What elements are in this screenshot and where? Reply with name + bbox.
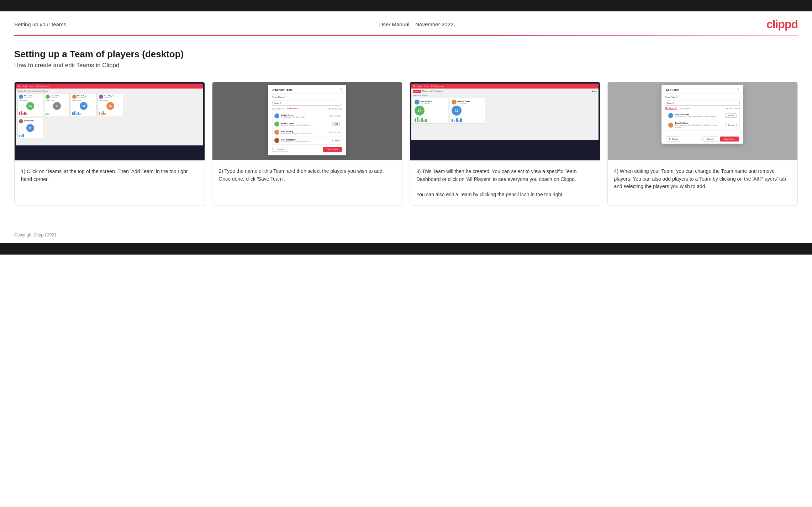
edit-team-name-input[interactable] [665, 101, 740, 106]
mock-second-row: Richard Butler Plus Handicap 72 [17, 118, 202, 138]
edit-team-name-label: Team Name * [665, 96, 740, 98]
mock-score-1: 84 [26, 102, 34, 110]
mock-club-4: 1.5 Handicap [104, 97, 115, 98]
dialog-header: Add New Team × [268, 85, 346, 94]
bar [417, 117, 418, 122]
mock-player-5: Richard Butler Plus Handicap 72 [17, 118, 43, 138]
cards-row: clippd Home My Performance ⋯ Viewing 5 o… [14, 82, 798, 206]
bar [24, 112, 26, 115]
team-name-label: Team Name * [272, 96, 342, 98]
card-4-screenshot: Edit Team × Team Name * My Team (2) All … [608, 82, 798, 160]
edit-player-club-2: Plus Handicap · Royal North Devon Golf C… [675, 124, 723, 128]
mock-tab-extra: ◆ ◆ ◆ [592, 90, 597, 93]
bar [21, 135, 22, 137]
delete-button[interactable]: 🗑 Delete [666, 137, 681, 142]
tab-all-players[interactable]: All Players [287, 107, 298, 110]
mock-nav-1: clippd Home My Performance ⋯ [16, 84, 203, 89]
bar [99, 112, 100, 115]
player-info-1: Adrian Player Plus Handicap · The Shire … [281, 114, 328, 118]
mtp-score-2: 72 [452, 106, 462, 116]
remove-player-1-button[interactable]: Remove [725, 113, 737, 118]
mock-avatar-1 [19, 95, 23, 99]
team-name-input[interactable] [272, 101, 342, 106]
mock-content-1: Viewing 5 of 5 players from All Players … [16, 89, 203, 145]
header-left-text: Setting up your teams [14, 21, 66, 27]
mock-quality-4: Player Quality [99, 100, 122, 101]
mtp-club-1: Plus Handicap [421, 102, 432, 104]
mtp-bars-1 [415, 116, 447, 122]
remove-player-2-button[interactable]: Remove [725, 123, 737, 127]
mtp-bars-2 [452, 116, 484, 122]
bar [19, 135, 20, 137]
mock-club-2: 1 Handicap [51, 97, 60, 98]
bottom-bar [0, 243, 812, 255]
player-avatar-4 [274, 138, 279, 143]
mock-player-2: Adrian Coliba 1 Handicap Player Quality … [44, 93, 70, 116]
mock-quality-1: Player Quality [19, 100, 42, 101]
add-player-4-button[interactable]: Add [332, 139, 340, 142]
header: Setting up your teams User Manual – Nove… [0, 11, 812, 35]
bar [19, 112, 20, 115]
bar [72, 112, 74, 115]
player-club-4: 1.5 Handicap · The Ding Maying Golf Club [281, 141, 331, 143]
bar [104, 113, 106, 115]
mock-avatar-2 [46, 95, 50, 99]
header-center-text: User Manual – November 2022 [379, 21, 453, 27]
trash-icon: 🗑 [669, 138, 671, 140]
edit-player-info-1: Adrian Player Plus Handicap · The Shire … [675, 113, 723, 118]
edit-tab-all-players[interactable]: All Players [680, 107, 690, 110]
edit-dialog-body: Team Name * My Team (2) All Players ▣ Fi… [661, 94, 743, 134]
edit-footer-right: Cancel Save Team [702, 137, 739, 142]
bar [423, 120, 425, 122]
card-2-text: 2) Type the name of this Team and then s… [212, 160, 402, 205]
bar [456, 118, 458, 122]
mock-bars-1 [19, 111, 42, 115]
card-3: clippd Home My Performance Teams Players… [410, 82, 600, 206]
card-1-screenshot: clippd Home My Performance ⋯ Viewing 5 o… [15, 82, 205, 161]
card-4-text: 4) When editing your Team, you can chang… [608, 160, 798, 205]
mock-player-1: Adrian Collins Plus Handicap Player Qual… [17, 93, 43, 116]
edit-player-row-2: Blair McHarg Plus Handicap · Royal North… [665, 120, 739, 130]
mock-tab-performance: My Performance [429, 90, 443, 93]
mock-quality-2: Player Quality [46, 100, 68, 101]
mock-avatar-5 [19, 119, 23, 123]
page-footer: Copyright Clippd 2021 [0, 227, 812, 243]
nav-dot [18, 85, 20, 87]
bar [47, 113, 49, 115]
edit-dialog-tabs: My Team (2) All Players ▣ Filter by name [665, 107, 740, 110]
mock-tab-players: Players [422, 90, 428, 93]
bar [22, 113, 24, 115]
edit-tab-my-team[interactable]: My Team (2) [665, 107, 677, 110]
add-player-2-button[interactable]: Add [332, 122, 340, 126]
player-info-2: Adrian Coliba 1 Handicap · Central Londo… [281, 122, 331, 126]
mock-club-3: Plus Handicap [77, 97, 86, 98]
player-avatar-3 [274, 130, 279, 135]
edit-save-team-button[interactable]: Save Team [720, 137, 739, 142]
card-3-text: 3) This Team will then be created. You c… [410, 161, 600, 205]
bar [46, 113, 47, 115]
cancel-button[interactable]: Cancel [272, 147, 288, 152]
mock-avatar-4 [99, 95, 103, 99]
dialog-close-icon[interactable]: × [340, 88, 342, 91]
mock-score-2: 0 [53, 102, 61, 110]
mock-player-4: Dave Billingham 1.5 Handicap Player Qual… [97, 93, 123, 116]
bar [458, 120, 460, 122]
player-info-3: Blair McHarg Plus Handicap · Royal North… [281, 130, 328, 134]
mtp-avatar-1 [415, 100, 420, 105]
mock-avatar-3 [72, 95, 77, 99]
edit-cancel-button[interactable]: Cancel [702, 137, 718, 142]
mock-bars-5 [19, 133, 42, 137]
bar [78, 112, 79, 115]
save-team-button[interactable]: Save Team [323, 147, 342, 152]
mock-team-view: Teams Players My Performance ◆ ◆ ◆ Team … [411, 89, 599, 140]
copyright-text: Copyright Clippd 2021 [14, 233, 57, 238]
edit-dialog-close-icon[interactable]: × [737, 88, 739, 91]
mock-team-info: Team A - 2 Players [413, 94, 597, 96]
nav-dot-2 [413, 85, 415, 87]
tab-my-team[interactable]: My Team (2) [272, 108, 284, 110]
nav-home-2: Home [424, 85, 429, 87]
bar [102, 111, 104, 115]
mock-score-5: 72 [26, 124, 34, 132]
mock-team-player-2: Richard Butler Plus Handicap 72 [450, 98, 485, 124]
edit-team-dialog: Edit Team × Team Name * My Team (2) All … [661, 85, 743, 144]
